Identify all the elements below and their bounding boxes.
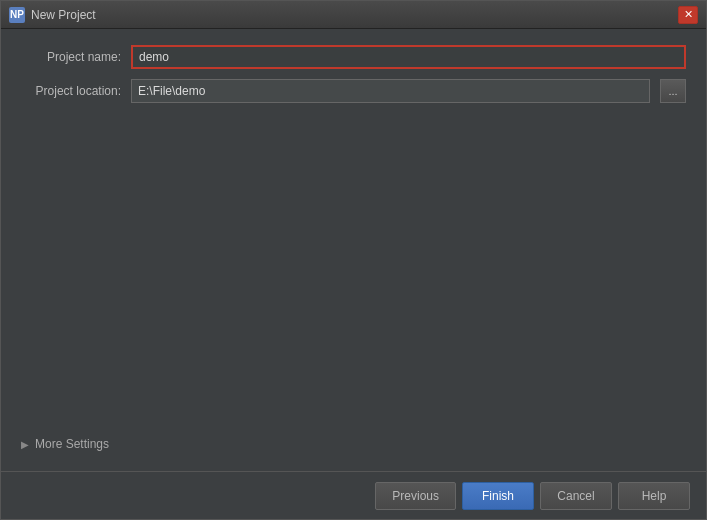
more-settings-label: More Settings: [35, 437, 109, 451]
dialog-content: Project name: Project location: ... ▶ Mo…: [1, 29, 706, 471]
title-bar: NP New Project ✕: [1, 1, 706, 29]
app-icon-label: NP: [10, 9, 24, 20]
close-button[interactable]: ✕: [678, 6, 698, 24]
project-name-input[interactable]: [131, 45, 686, 69]
project-location-label: Project location:: [21, 84, 121, 98]
finish-button[interactable]: Finish: [462, 482, 534, 510]
title-bar-left: NP New Project: [9, 7, 96, 23]
more-settings-toggle[interactable]: ▶ More Settings: [21, 433, 686, 455]
content-area: [21, 113, 686, 423]
help-button[interactable]: Help: [618, 482, 690, 510]
dialog-window: NP New Project ✕ Project name: Project l…: [0, 0, 707, 520]
project-location-row: Project location: ...: [21, 79, 686, 103]
project-location-input[interactable]: [131, 79, 650, 103]
cancel-button[interactable]: Cancel: [540, 482, 612, 510]
project-name-label: Project name:: [21, 50, 121, 64]
more-settings-arrow-icon: ▶: [21, 439, 29, 450]
browse-button[interactable]: ...: [660, 79, 686, 103]
project-name-row: Project name:: [21, 45, 686, 69]
title-bar-title: New Project: [31, 8, 96, 22]
dialog-footer: Previous Finish Cancel Help: [1, 471, 706, 519]
app-icon: NP: [9, 7, 25, 23]
previous-button[interactable]: Previous: [375, 482, 456, 510]
